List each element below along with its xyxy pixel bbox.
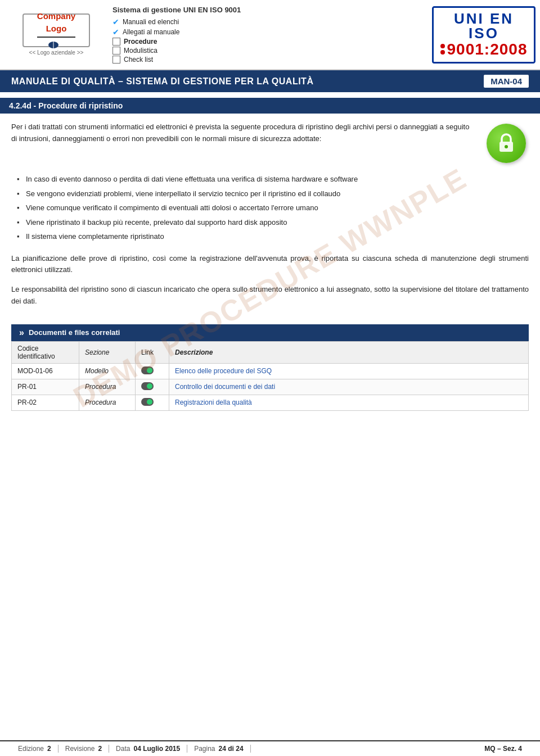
docs-header-title: Documenti e files correlati: [29, 328, 120, 337]
bullet-item-2: Se vengono evidenziati problemi, viene i…: [17, 187, 529, 201]
bullet-item-1: In caso di evento dannoso o perdita di d…: [17, 172, 529, 187]
banner-title: MANUALE DI QUALITÀ – SISTEMA DI GESTIONE…: [11, 76, 313, 87]
row3-section: Procedura: [79, 395, 136, 410]
link-toggle-icon-2[interactable]: [141, 382, 154, 390]
iso-line2: 9001:2008: [447, 40, 528, 58]
page-value: 24 di 24: [219, 745, 244, 753]
paragraph2: Le responsabilità del ripristino sono di…: [11, 284, 529, 307]
checkbox-modulistica: [112, 47, 120, 55]
iso-line1: UNI EN ISO: [440, 11, 528, 40]
menu-item-2: ✔ Allegati al manuale: [112, 28, 428, 37]
row3-code: PR-02: [12, 395, 79, 410]
footer-page: Pagina 24 di 24: [187, 745, 250, 753]
footer-code-value: MQ – Sez. 4: [484, 745, 522, 753]
col-header-link: Link: [136, 341, 169, 363]
checkmark-icon-2: ✔: [112, 28, 119, 37]
bullet-item-4: Viene ripristinato il backup più recente…: [17, 215, 529, 230]
row2-desc-link[interactable]: Controllo dei documenti e dei dati: [175, 383, 275, 391]
col-header-code: Codice Identificativo: [12, 341, 79, 363]
row3-desc: Registrazioni della qualità: [169, 395, 529, 410]
row2-link[interactable]: [136, 379, 169, 395]
page-header: Company Logo << Logo aziendale >> Sistem…: [0, 0, 540, 70]
system-title: Sistema di gestione UNI EN ISO 9001: [112, 6, 428, 14]
menu-item-1: ✔ Manuali ed elenchi: [112, 17, 428, 26]
link-toggle-icon-3[interactable]: [141, 398, 154, 406]
date-value: 04 Luglio 2015: [133, 745, 180, 753]
table-header-row: Codice Identificativo Sezione Link Descr…: [12, 341, 529, 363]
menu-item-checklist: Check list: [112, 56, 428, 64]
date-label: Data: [116, 745, 130, 753]
bullet-item-5: Il sistema viene completamente ripristin…: [17, 229, 529, 244]
footer-revision: Revisione 2: [58, 745, 109, 753]
checkbox-checklist: [112, 56, 120, 64]
section-title: 4.2.4d - Procedure di ripristino: [0, 98, 540, 114]
checkbox-procedure: [112, 38, 120, 46]
iso-logo: UNI EN ISO 9001:2008: [439, 6, 529, 64]
company-logo: Company Logo: [22, 13, 90, 47]
row3-link[interactable]: [136, 395, 169, 410]
edition-value: 2: [47, 745, 51, 753]
docs-header: » Documenti e files correlati: [11, 324, 529, 341]
row1-link[interactable]: [136, 363, 169, 379]
footer-code: MQ – Sez. 4: [478, 745, 529, 753]
lock-icon-area: [484, 121, 529, 163]
lock-icon: [487, 124, 526, 163]
menu-label-procedure: Procedure: [124, 38, 157, 46]
row1-section: Modello: [79, 363, 136, 379]
menu-label-modulistica: Modulistica: [124, 47, 158, 55]
revision-value: 2: [98, 745, 102, 753]
logo-area: Company Logo << Logo aziendale >>: [11, 13, 101, 56]
menu-item-modulistica: Modulistica: [112, 47, 428, 55]
table-row: PR-02 Procedura Registrazioni della qual…: [12, 395, 529, 410]
row3-desc-link[interactable]: Registrazioni della qualità: [175, 399, 252, 406]
svg-point-4: [505, 145, 508, 148]
row1-code: MOD-01-06: [12, 363, 79, 379]
table-row: PR-01 Procedura Controllo dei documenti …: [12, 379, 529, 395]
bullet-item-3: Viene comunque verificato il compimento …: [17, 201, 529, 215]
page-label: Pagina: [194, 745, 215, 753]
docs-section: » Documenti e files correlati Codice Ide…: [11, 324, 529, 411]
row2-code: PR-01: [12, 379, 79, 395]
main-banner: MANUALE DI QUALITÀ – SISTEMA DI GESTIONE…: [0, 70, 540, 92]
arrow-icon: »: [19, 328, 24, 338]
menu-label-checklist: Check list: [124, 56, 153, 64]
footer-edition: Edizione 2: [11, 745, 58, 753]
menu-item-procedure: Procedure: [112, 38, 428, 46]
row2-section: Procedura: [79, 379, 136, 395]
intro-section: Per i dati trattati con strumenti inform…: [11, 121, 529, 163]
checkmark-icon-1: ✔: [112, 17, 119, 26]
menu-label-2: Allegati al manuale: [123, 28, 179, 36]
col-header-desc: Descrizione: [169, 341, 529, 363]
edition-label: Edizione: [18, 745, 44, 753]
revision-label: Revisione: [65, 745, 95, 753]
row2-desc: Controllo dei documenti e dei dati: [169, 379, 529, 395]
intro-paragraph: Per i dati trattati con strumenti inform…: [11, 121, 475, 145]
checklist-items: ✔ Manuali ed elenchi ✔ Allegati al manua…: [112, 17, 428, 64]
bullet-list: In caso di evento dannoso o perdita di d…: [17, 172, 529, 244]
header-center: Sistema di gestione UNI EN ISO 9001 ✔ Ma…: [101, 6, 439, 64]
footer-date: Data 04 Luglio 2015: [109, 745, 187, 753]
intro-text: Per i dati trattati con strumenti inform…: [11, 121, 475, 145]
main-content: DEMO PROCEDURE WWNPLE Per i dati trattat…: [0, 114, 540, 419]
row1-desc: Elenco delle procedure del SGQ: [169, 363, 529, 379]
row1-desc-link[interactable]: Elenco delle procedure del SGQ: [175, 367, 272, 375]
docs-table: Codice Identificativo Sezione Link Descr…: [11, 341, 529, 411]
col-header-section: Sezione: [79, 341, 136, 363]
table-row: MOD-01-06 Modello Elenco delle procedure…: [12, 363, 529, 379]
paragraph1: La pianificazione delle prove di riprist…: [11, 253, 529, 277]
link-toggle-icon-1[interactable]: [141, 366, 154, 374]
page-footer: Edizione 2 Revisione 2 Data 04 Luglio 20…: [0, 740, 540, 756]
banner-code: MAN-04: [484, 75, 529, 88]
menu-label-1: Manuali ed elenchi: [123, 18, 179, 26]
logo-caption: << Logo aziendale >>: [29, 49, 84, 56]
